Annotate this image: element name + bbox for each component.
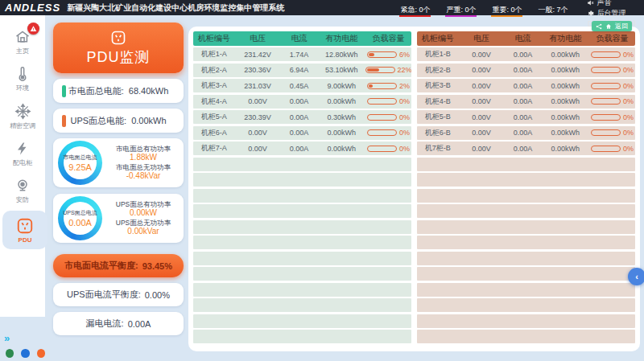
column-header: 机柜编号 <box>193 33 234 44</box>
table-row[interactable]: 机柜6-B0.00V0.00A0.00kWh0% <box>417 126 635 140</box>
table-row[interactable]: 机柜7-A0.00V0.00A0.00kWh0% <box>193 142 411 155</box>
table-row[interactable]: 机柜4-B0.00V0.00A0.00kWh0% <box>417 95 635 109</box>
current-value: 0.00A <box>504 66 541 74</box>
pdu-monitor-label: PDU监测 <box>86 47 150 67</box>
current-gauge-ring: UPS面总电流 0.00A <box>58 196 102 240</box>
collapse-panel-button[interactable]: ‹ <box>628 268 644 285</box>
camera-icon <box>0 178 45 194</box>
stat-label: UPS面总电能: <box>70 115 126 127</box>
load-percent: 0% <box>623 145 634 153</box>
socket-icon <box>110 30 126 46</box>
load-capacity-bar <box>591 67 621 73</box>
sidebar-expand-icon[interactable]: » <box>4 333 45 344</box>
cabinet-name: 机柜6-A <box>193 128 234 138</box>
table-row-empty <box>193 267 411 281</box>
cabinet-name: 机柜1-A <box>193 49 234 59</box>
table-row[interactable]: 机柜6-A0.00V0.00A0.00kWh0% <box>193 126 411 140</box>
sidebar-item-label: 环境 <box>0 84 45 92</box>
pdu-monitor-button[interactable]: PDU监测 <box>53 23 184 73</box>
status-dot-0[interactable] <box>6 349 14 358</box>
table-row-empty <box>417 158 635 171</box>
power-label: 市电面总无功功率 <box>106 163 180 171</box>
sidebar-item-安防[interactable]: 安防 <box>0 172 45 209</box>
load-capacity-bar <box>591 129 621 136</box>
voltage-value: 0.00V <box>458 66 504 74</box>
energy-value: 0.00kWh <box>541 82 589 90</box>
table-row[interactable]: 机柜2-B0.00V0.00A0.00kWh0% <box>417 64 635 77</box>
cabinet-name: 机柜2-B <box>417 65 458 76</box>
app-logo: ANDLESS <box>5 2 60 14</box>
cabinet-name: 机柜5-A <box>193 112 234 122</box>
table-row-empty <box>417 298 635 312</box>
table-row-empty <box>417 267 635 281</box>
energy-value: 0.00kWh <box>317 129 365 137</box>
current-value: 0.00A <box>280 113 317 121</box>
load-percent: 0% <box>399 113 410 121</box>
panel-toolbar[interactable]: 返回 <box>592 21 632 31</box>
table-row[interactable]: 机柜3-A231.03V0.45A9.00kWh2% <box>193 79 411 92</box>
column-header: 机柜编号 <box>417 33 458 44</box>
table-row-empty <box>193 252 411 265</box>
main-content: 返回 机柜编号电压电流有功电能负载容量机柜1-A231.42V1.74A12.8… <box>187 15 644 361</box>
energy-value: 0.00kWh <box>541 51 589 59</box>
table-header: 机柜编号电压电流有功电能负载容量 <box>417 31 635 46</box>
current-value: 0.00A <box>504 145 541 153</box>
energy-value: 0.00kWh <box>541 145 589 153</box>
load-capacity-bar <box>367 51 397 58</box>
table-row-empty <box>193 173 411 187</box>
sidebar-item-配电柜[interactable]: 配电柜 <box>0 135 45 172</box>
energy-value: 0.00kWh <box>541 97 589 105</box>
table-row[interactable]: 机柜1-A231.42V1.74A12.80kWh6% <box>193 47 411 61</box>
energy-value: 9.00kWh <box>317 82 365 90</box>
voltage-value: 231.03V <box>234 82 280 90</box>
top-button-speaker[interactable]: 声音 <box>587 0 636 8</box>
load-capacity-bar <box>591 98 621 105</box>
status-dot-1[interactable] <box>21 349 29 358</box>
pdu-table-b: 机柜编号电压电流有功电能负载容量机柜1-B0.00V0.00A0.00kWh0%… <box>417 31 635 351</box>
stat-value: 68.40kWh <box>129 86 169 96</box>
load-capacity-bar <box>591 146 621 152</box>
voltage-value: 0.00V <box>234 145 280 153</box>
pdu-tables-panel: 返回 机柜编号电压电流有功电能负载容量机柜1-A231.42V1.74A12.8… <box>188 27 640 351</box>
table-row[interactable]: 机柜1-B0.00V0.00A0.00kWh0% <box>417 47 635 61</box>
gauge-value: 0.00A <box>68 218 92 228</box>
status-dot-2[interactable] <box>37 349 45 358</box>
table-row[interactable]: 机7柜-B0.00V0.00A0.00kWh0% <box>417 142 635 155</box>
alert-badge[interactable] <box>27 23 39 35</box>
energy-value: 0.00kWh <box>541 113 589 121</box>
table-row-empty <box>417 204 635 218</box>
energy-value: 0.00kWh <box>317 145 365 153</box>
column-header: 有功电能 <box>541 33 589 44</box>
table-row-empty <box>193 330 411 343</box>
current-value: 0.45A <box>280 82 317 90</box>
stat-value: 0.00% <box>145 290 170 300</box>
voltage-value: 0.00V <box>234 97 280 105</box>
power-value: 0.00kVar <box>106 227 180 236</box>
alarm-stat-3[interactable]: 一般: 7个 <box>537 5 568 15</box>
table-row[interactable]: 机柜2-A230.36V6.94A53.10kWh22% <box>193 64 411 77</box>
table-row-empty <box>417 314 635 328</box>
sidebar-item-PDU[interactable]: PDU <box>2 211 47 249</box>
stat-card-0: 市电面总电能: 68.40kWh <box>53 79 184 103</box>
load-capacity-bar <box>365 67 394 73</box>
sidebar-item-label: PDU <box>2 236 47 244</box>
sidebar-item-精密空调[interactable]: 精密空调 <box>0 97 45 135</box>
table-row[interactable]: 机柜5-B0.00V0.00A0.00kWh0% <box>417 110 635 124</box>
table-row[interactable]: 机柜3-B0.00V0.00A0.00kWh0% <box>417 79 635 92</box>
load-capacity-bar <box>367 98 397 105</box>
load-percent: 0% <box>399 97 410 105</box>
energy-value: 0.00kWh <box>541 66 589 74</box>
cabinet-name: 机柜5-B <box>417 112 458 122</box>
power-value: 1.88kW <box>106 153 180 162</box>
current-value: 0.00A <box>280 145 317 153</box>
stat-label: UPS面电流平衡度: <box>67 289 141 301</box>
voltage-value: 0.00V <box>458 51 504 59</box>
sidebar-item-主页[interactable]: 主页 <box>0 23 45 60</box>
table-row[interactable]: 机柜5-A230.39V0.00A0.30kWh0% <box>193 110 411 124</box>
sidebar-item-环境[interactable]: 环境 <box>0 60 45 97</box>
load-capacity-bar <box>591 51 621 58</box>
table-row[interactable]: 机柜4-A0.00V0.00A0.00kWh0% <box>193 95 411 109</box>
sidebar-item-label: 安防 <box>0 195 45 204</box>
voltage-value: 0.00V <box>458 97 504 105</box>
stat-label: 漏电电流: <box>86 318 124 330</box>
